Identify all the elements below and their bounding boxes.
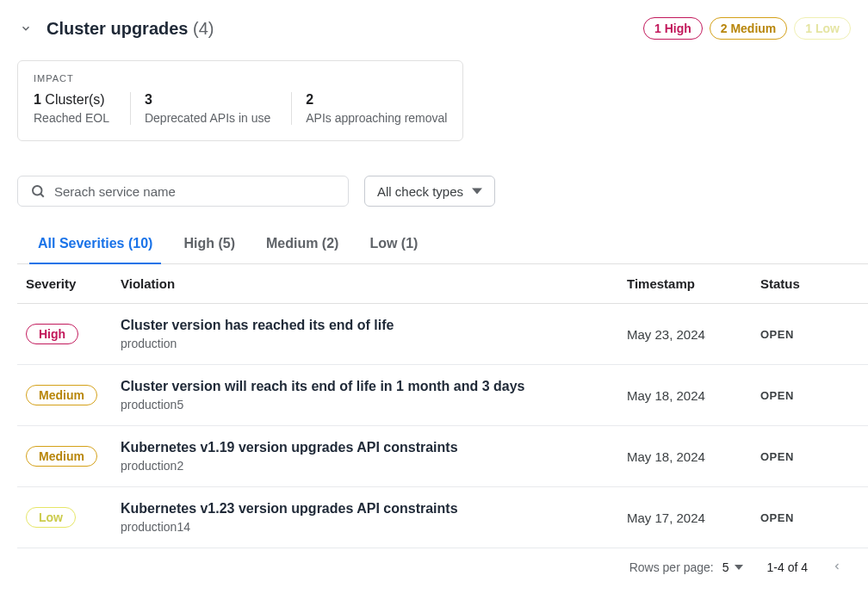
dropdown-label: All check types	[377, 184, 463, 199]
check-type-dropdown[interactable]: All check types	[364, 176, 495, 207]
search-icon	[30, 183, 46, 199]
impact-label: IMPACT	[34, 73, 447, 84]
svg-line-1	[40, 194, 44, 197]
status: OPEN	[760, 328, 859, 341]
pagination: Rows per page: 5 1-4 of 4	[17, 548, 868, 586]
rows-per-page-label: Rows per page:	[629, 560, 714, 574]
impact-card: IMPACT 1 Cluster(s)Reached EOL3Deprecate…	[17, 60, 463, 141]
chevron-left-icon	[832, 561, 842, 572]
col-header-severity: Severity	[26, 276, 121, 291]
severity-pill: Medium	[26, 385, 97, 405]
violation-title: Cluster version will reach its end of li…	[121, 379, 627, 394]
timestamp: May 23, 2024	[627, 327, 760, 342]
tab[interactable]: Medium (2)	[266, 227, 338, 263]
severity-pill: Low	[26, 507, 76, 528]
impact-desc: APIs approaching removal	[306, 111, 447, 125]
svg-marker-2	[472, 188, 482, 194]
rows-per-page-select[interactable]: 5	[722, 560, 743, 574]
tab[interactable]: All Severities (10)	[38, 227, 152, 263]
caret-down-icon	[735, 563, 743, 572]
impact-stat: 3Deprecated APIs in use	[145, 92, 292, 125]
table-header: Severity Violation Timestamp Status	[17, 264, 868, 304]
impact-value: 1 Cluster(s)	[34, 92, 109, 108]
tab[interactable]: High (5)	[183, 227, 235, 263]
impact-value: 2	[306, 92, 447, 108]
violation-sub: production	[121, 337, 627, 350]
table-row[interactable]: MediumKubernetes v1.19 version upgrades …	[17, 426, 868, 487]
status: OPEN	[760, 511, 859, 524]
title-text: Cluster upgrades	[46, 19, 188, 38]
col-header-violation: Violation	[121, 276, 627, 291]
timestamp: May 17, 2024	[627, 510, 760, 525]
status: OPEN	[760, 389, 859, 402]
col-header-timestamp: Timestamp	[627, 276, 760, 291]
chevron-down-icon[interactable]	[17, 20, 34, 37]
violation-sub: production2	[121, 459, 627, 473]
timestamp: May 18, 2024	[627, 388, 760, 403]
page-info: 1-4 of 4	[767, 560, 808, 574]
search-box[interactable]	[17, 176, 349, 207]
impact-stat: 2APIs approaching removal	[306, 92, 447, 125]
table-row[interactable]: HighCluster version has reached its end …	[17, 304, 868, 365]
search-input[interactable]	[54, 184, 336, 199]
status: OPEN	[760, 450, 859, 463]
severity-badge[interactable]: 1 High	[643, 17, 703, 40]
impact-stat: 1 Cluster(s)Reached EOL	[34, 92, 131, 125]
svg-marker-3	[735, 565, 743, 570]
impact-desc: Deprecated APIs in use	[145, 111, 270, 125]
tab[interactable]: Low (1)	[369, 227, 418, 263]
violation-title: Kubernetes v1.19 version upgrades API co…	[121, 440, 627, 455]
title-count: (4)	[193, 19, 214, 38]
col-header-status: Status	[760, 276, 859, 291]
impact-desc: Reached EOL	[34, 111, 109, 125]
table-row[interactable]: MediumCluster version will reach its end…	[17, 365, 868, 426]
rows-per-page-value: 5	[722, 560, 729, 574]
caret-down-icon	[472, 186, 482, 196]
violation-title: Kubernetes v1.23 version upgrades API co…	[121, 501, 627, 517]
severity-badge[interactable]: 2 Medium	[710, 17, 788, 40]
svg-point-0	[33, 186, 42, 195]
violation-sub: production14	[121, 520, 627, 534]
violation-title: Cluster version has reached its end of l…	[121, 318, 627, 333]
severity-pill: High	[26, 324, 78, 344]
severity-tabs: All Severities (10)High (5)Medium (2)Low…	[17, 227, 868, 264]
timestamp: May 18, 2024	[627, 449, 760, 464]
section-header: Cluster upgrades (4) 1 High2 Medium1 Low	[17, 17, 868, 40]
severity-badges: 1 High2 Medium1 Low	[643, 17, 851, 40]
impact-value: 3	[145, 92, 270, 108]
table-row[interactable]: LowKubernetes v1.23 version upgrades API…	[17, 487, 868, 548]
page-title: Cluster upgrades (4)	[46, 19, 214, 39]
violations-table: Severity Violation Timestamp Status High…	[17, 264, 868, 586]
severity-pill: Medium	[26, 446, 97, 467]
severity-badge[interactable]: 1 Low	[794, 17, 851, 40]
prev-page-button[interactable]	[832, 560, 842, 574]
violation-sub: production5	[121, 398, 627, 411]
